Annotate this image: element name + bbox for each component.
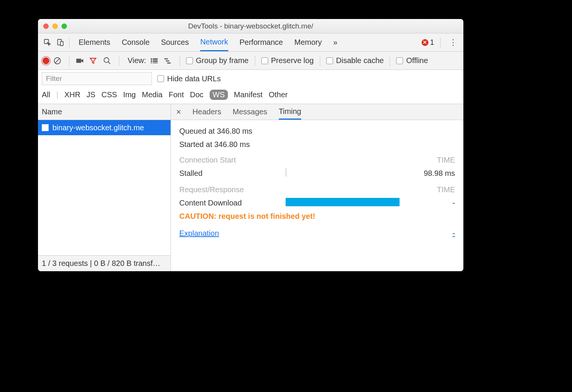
started-line: Started at 346.80 ms — [179, 140, 455, 149]
error-icon: ✕ — [422, 39, 428, 46]
waterfall-icon[interactable] — [164, 57, 174, 64]
tabs-overflow[interactable]: » — [333, 33, 337, 51]
explanation-row: Explanation - — [179, 229, 455, 238]
type-filter-row: All | XHR JS CSS Img Media Font Doc WS M… — [38, 87, 463, 104]
tab-elements[interactable]: Elements — [79, 33, 110, 51]
explanation-value: - — [452, 229, 455, 238]
svg-rect-5 — [76, 58, 81, 63]
type-media[interactable]: Media — [142, 90, 162, 99]
request-response-label: Request/Response — [179, 185, 244, 194]
type-doc[interactable]: Doc — [190, 90, 204, 99]
explanation-link[interactable]: Explanation — [179, 229, 219, 238]
disable-cache-label: Disable cache — [336, 56, 384, 65]
large-rows-icon[interactable] — [150, 57, 160, 64]
preserve-log-label: Preserve log — [271, 56, 314, 65]
svg-rect-11 — [153, 60, 158, 62]
content-area: Name binary-websocket.glitch.me 1 / 3 re… — [38, 104, 463, 271]
svg-line-7 — [108, 62, 111, 64]
connection-start-header: Connection Start TIME — [179, 156, 455, 164]
network-toolbar: View: Group by frame Preserve log Disabl… — [38, 52, 463, 70]
tab-memory[interactable]: Memory — [294, 33, 322, 51]
main-tabs-row: Elements Console Sources Network Perform… — [38, 33, 463, 52]
stalled-value: 98.98 ms — [409, 169, 455, 178]
detail-panel: × Headers Messages Timing Queued at 346.… — [171, 104, 463, 271]
content-download-row: Content Download - — [179, 198, 455, 208]
devtools-window: DevTools - binary-websocket.glitch.me/ E… — [38, 19, 463, 271]
hide-data-urls-checkbox[interactable]: Hide data URLs — [157, 74, 221, 83]
group-by-frame-checkbox[interactable]: Group by frame — [186, 56, 249, 65]
svg-rect-9 — [153, 58, 158, 60]
caution-text: CAUTION: request is not finished yet! — [179, 212, 455, 221]
request-row[interactable]: binary-websocket.glitch.me — [38, 120, 171, 135]
request-list-column: Name binary-websocket.glitch.me 1 / 3 re… — [38, 104, 171, 271]
svg-rect-13 — [153, 62, 158, 63]
record-button[interactable] — [43, 57, 49, 64]
offline-label: Offline — [406, 56, 428, 65]
request-name: binary-websocket.glitch.me — [52, 123, 144, 132]
separator — [255, 55, 255, 66]
detail-tabs: × Headers Messages Timing — [171, 104, 463, 120]
filter-placeholder: Filter — [46, 74, 62, 83]
type-css[interactable]: CSS — [101, 90, 117, 99]
request-list: binary-websocket.glitch.me — [38, 120, 171, 255]
titlebar: DevTools - binary-websocket.glitch.me/ — [38, 19, 463, 33]
name-column-header[interactable]: Name — [38, 104, 171, 120]
stalled-bar — [286, 168, 286, 177]
camera-icon[interactable] — [76, 57, 85, 65]
type-img[interactable]: Img — [123, 90, 136, 99]
disable-cache-checkbox[interactable]: Disable cache — [326, 56, 384, 65]
inspect-element-icon[interactable] — [41, 36, 54, 49]
content-download-value: - — [409, 199, 455, 207]
svg-line-4 — [55, 58, 60, 63]
filter-icon[interactable] — [89, 57, 99, 65]
separator — [180, 55, 180, 66]
error-badge[interactable]: ✕ 1 — [422, 38, 434, 47]
tab-network[interactable]: Network — [200, 33, 228, 51]
time-label: TIME — [437, 156, 455, 164]
separator — [320, 55, 320, 66]
device-toolbar-icon[interactable] — [54, 36, 67, 49]
group-by-frame-label: Group by frame — [196, 56, 249, 65]
clear-icon[interactable] — [53, 57, 63, 65]
error-count: 1 — [430, 38, 434, 47]
document-icon — [42, 124, 49, 131]
window-title: DevTools - binary-websocket.glitch.me/ — [38, 22, 463, 30]
close-panel-icon[interactable]: × — [176, 107, 181, 117]
tab-sources[interactable]: Sources — [161, 33, 189, 51]
tab-console[interactable]: Console — [122, 33, 149, 51]
type-js[interactable]: JS — [87, 90, 95, 99]
type-manifest[interactable]: Manifest — [234, 90, 263, 99]
tabs-right: ✕ 1 ⋮ — [422, 37, 460, 48]
separator — [440, 37, 441, 48]
stalled-label: Stalled — [179, 169, 286, 178]
content-download-label: Content Download — [179, 199, 286, 207]
detail-tab-timing[interactable]: Timing — [279, 104, 301, 120]
hide-data-urls-label: Hide data URLs — [167, 74, 221, 83]
search-icon[interactable] — [103, 57, 113, 65]
stalled-row: Stalled 98.98 ms — [179, 168, 455, 179]
type-font[interactable]: Font — [169, 90, 184, 99]
separator — [119, 55, 119, 66]
type-ws[interactable]: WS — [210, 90, 228, 100]
time-label-2: TIME — [437, 185, 455, 194]
svg-rect-2 — [60, 41, 63, 46]
timing-body: Queued at 346.80 ms Started at 346.80 ms… — [171, 120, 463, 245]
separator — [390, 55, 390, 66]
offline-checkbox[interactable]: Offline — [396, 56, 428, 65]
type-other[interactable]: Other — [269, 90, 288, 99]
tab-performance[interactable]: Performance — [240, 33, 283, 51]
svg-rect-15 — [166, 60, 169, 62]
queued-line: Queued at 346.80 ms — [179, 127, 455, 136]
type-xhr[interactable]: XHR — [64, 90, 80, 99]
type-all[interactable]: All — [42, 90, 50, 99]
svg-rect-16 — [167, 62, 171, 63]
detail-tab-messages[interactable]: Messages — [232, 104, 267, 120]
filter-input[interactable]: Filter — [42, 72, 152, 85]
content-download-bar — [286, 198, 400, 206]
svg-rect-14 — [164, 58, 167, 59]
filter-section: Filter Hide data URLs All | XHR JS CSS I… — [38, 70, 463, 104]
detail-tab-headers[interactable]: Headers — [193, 104, 221, 120]
svg-rect-8 — [150, 58, 152, 60]
more-menu-icon[interactable]: ⋮ — [447, 38, 460, 47]
preserve-log-checkbox[interactable]: Preserve log — [261, 56, 314, 65]
